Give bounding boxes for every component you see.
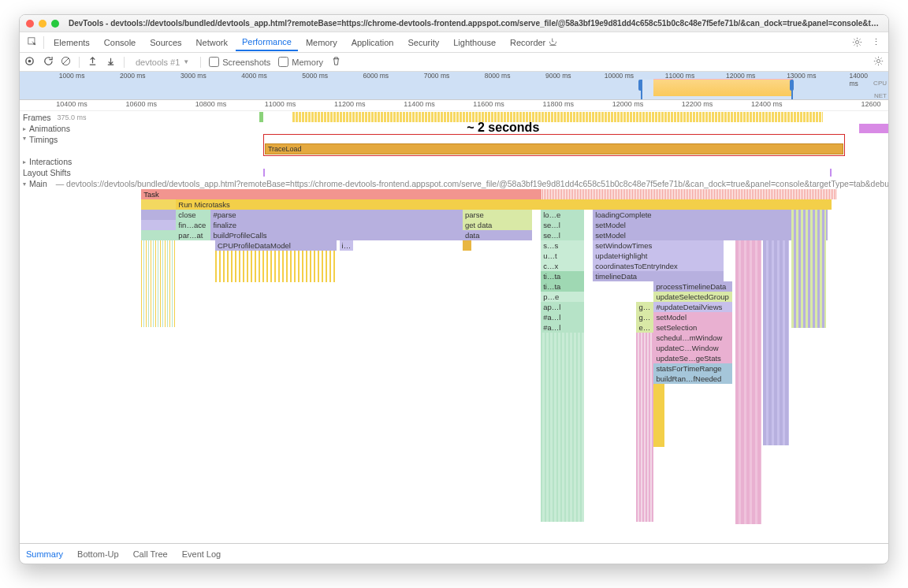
btab-calltree[interactable]: Call Tree — [133, 549, 168, 559]
flame-sel[interactable]: se…l — [541, 220, 584, 230]
detail-ruler[interactable]: 10400 ms 10600 ms 10800 ms 11000 ms 1120… — [20, 100, 888, 111]
zoom-icon[interactable] — [51, 20, 59, 28]
tab-performance[interactable]: Performance — [236, 34, 298, 51]
layout-shifts-track[interactable] — [162, 167, 888, 178]
flame-cx[interactable]: c…x — [541, 261, 584, 271]
flame-seg[interactable] — [463, 240, 471, 251]
flame-finace[interactable]: fin…ace — [176, 220, 210, 230]
flame-cpumodel[interactable]: CPUProfileDataModel — [215, 240, 337, 251]
flame-parse[interactable]: #parse — [210, 210, 463, 220]
flame-ut[interactable]: u…t — [541, 251, 584, 261]
flame-updatehighlight[interactable]: updateHighlight — [593, 251, 723, 261]
flame-tita[interactable]: ti…ta — [541, 271, 584, 281]
trash-button[interactable] — [331, 56, 341, 68]
memory-checkbox[interactable]: Memory — [278, 57, 323, 67]
flame-i[interactable]: i… — [340, 240, 354, 251]
timings-track-label[interactable]: ▾Timings — [20, 134, 162, 156]
session-dropdown[interactable]: devtools #1 ▼ — [132, 58, 192, 67]
flame-g2[interactable]: g… — [636, 312, 653, 322]
tab-elements[interactable]: Elements — [47, 35, 96, 50]
timing-traceload[interactable]: TraceLoad — [265, 143, 843, 154]
flame-tita2[interactable]: ti…ta — [541, 281, 584, 292]
tab-lighthouse[interactable]: Lighthouse — [447, 35, 502, 50]
flame-g1[interactable]: g… — [636, 302, 653, 312]
tab-console[interactable]: Console — [98, 35, 142, 50]
flame-updatecwin[interactable]: updateC…Window — [653, 343, 731, 353]
flame-setwindowtimes[interactable]: setWindowTimes — [593, 240, 723, 251]
screenshots-checkbox[interactable]: Screenshots — [209, 57, 270, 67]
flame-setmodel3[interactable]: setModel — [653, 312, 731, 322]
perf-settings-icon[interactable] — [873, 56, 884, 68]
flame-loe[interactable]: lo…e — [541, 210, 584, 220]
main-track-label[interactable]: ▾Main — devtools://devtools/bundled/devt… — [20, 178, 888, 189]
animations-track-label[interactable]: ▸Animations — [20, 123, 162, 134]
tab-recorder[interactable]: Recorder — [504, 34, 564, 50]
flame-statsrange[interactable]: statsForTimeRange — [653, 363, 731, 374]
flame-right-stack3[interactable] — [791, 210, 826, 328]
upload-button[interactable] — [87, 56, 98, 68]
flame-parat[interactable]: par…at — [176, 230, 210, 240]
flame-updateselgrp[interactable]: updateSelectedGroup — [653, 292, 731, 302]
flame-thin-pink[interactable] — [636, 333, 653, 522]
btab-bottomup[interactable]: Bottom-Up — [77, 549, 119, 559]
flame-seg[interactable] — [141, 199, 176, 210]
tab-sources[interactable]: Sources — [143, 35, 188, 50]
flame-setselection[interactable]: setSelection — [653, 322, 731, 333]
tab-security[interactable]: Security — [401, 35, 445, 50]
flame-apl[interactable]: ap…l — [541, 302, 584, 312]
tab-network[interactable]: Network — [190, 35, 234, 50]
tab-application[interactable]: Application — [345, 35, 400, 50]
flame-right-stack2[interactable] — [763, 240, 789, 445]
flame-data[interactable]: data — [463, 230, 532, 240]
flame-timelinedata[interactable]: timelineData — [593, 271, 723, 281]
flame-hal2[interactable]: #a…l — [541, 322, 584, 333]
flame-seg[interactable] — [141, 210, 176, 220]
flame-left-fringe[interactable] — [141, 240, 176, 327]
flame-updatedetail[interactable]: #updateDetailViews — [653, 302, 731, 312]
animations-track[interactable]: ~ 2 seconds — [162, 123, 888, 134]
flame-getdata[interactable]: get data — [463, 220, 532, 230]
settings-icon[interactable] — [849, 35, 865, 50]
flame-mid-fringe[interactable] — [215, 251, 337, 282]
inspect-icon[interactable] — [24, 35, 40, 50]
flame-processtimeline[interactable]: processTimelineData — [653, 281, 731, 292]
close-icon[interactable] — [26, 20, 34, 28]
tab-memory[interactable]: Memory — [300, 35, 344, 50]
flame-seg[interactable] — [141, 230, 176, 240]
flame-seg[interactable] — [141, 220, 176, 230]
reload-button[interactable] — [43, 56, 53, 68]
flame-close[interactable]: close — [176, 210, 210, 220]
minimize-icon[interactable] — [39, 20, 47, 28]
flame-buildran[interactable]: buildRan…fNeeded — [653, 374, 731, 384]
frames-track-label[interactable]: Frames375.0 ms — [20, 111, 162, 123]
overview-selection[interactable] — [641, 80, 793, 99]
flame-finalize[interactable]: finalize — [210, 220, 463, 230]
interactions-track[interactable] — [162, 156, 888, 167]
flame-thin-yellow[interactable] — [653, 384, 664, 447]
flame-deep-stack[interactable] — [541, 333, 584, 522]
layout-shifts-track-label[interactable]: Layout Shifts — [20, 167, 162, 178]
clear-button[interactable] — [61, 56, 71, 68]
record-button[interactable] — [24, 56, 35, 68]
flame-right-stack1[interactable] — [735, 240, 761, 524]
flame-schedwin[interactable]: schedul…mWindow — [653, 333, 731, 343]
flame-buildprofile[interactable]: buildProfileCalls — [210, 230, 463, 240]
flame-ss[interactable]: s…s — [541, 240, 584, 251]
download-button[interactable] — [106, 56, 116, 68]
flame-e1[interactable]: e… — [636, 322, 653, 333]
flame-coordstoidx[interactable]: coordinatesToEntryIndex — [593, 261, 723, 271]
flame-microtasks[interactable]: Run Microtasks — [176, 199, 832, 210]
more-icon[interactable]: ⋮ — [868, 35, 884, 50]
interactions-track-label[interactable]: ▸Interactions — [20, 156, 162, 167]
overview-timeline[interactable]: 1000 ms 2000 ms 3000 ms 4000 ms 5000 ms … — [20, 72, 888, 100]
timings-track[interactable]: TraceLoad — [162, 134, 888, 156]
flame-sel2[interactable]: se…l — [541, 230, 584, 240]
btab-summary[interactable]: Summary — [26, 549, 63, 559]
overview-handle-right[interactable] — [790, 80, 794, 91]
overview-handle-left[interactable] — [638, 80, 642, 91]
flame-hal[interactable]: #a…l — [541, 312, 584, 322]
flame-pe[interactable]: p…e — [541, 292, 584, 302]
flame-parse2[interactable]: parse — [463, 210, 532, 220]
btab-eventlog[interactable]: Event Log — [182, 549, 221, 559]
flame-chart[interactable]: Task Run Microtasks close #parse fin…ace… — [20, 189, 888, 543]
